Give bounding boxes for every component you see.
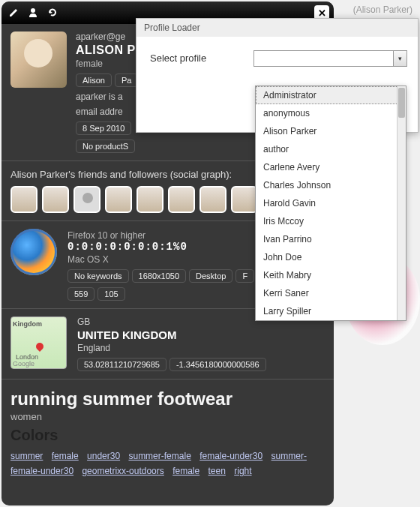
current-profile-indicator: (Alison Parker) [353,4,412,15]
tech-tag: 1680x1050 [132,269,186,283]
region-name: England [77,343,266,353]
tech-tag: 105 [98,287,124,301]
dropdown-option[interactable]: Harold Gavin [256,194,406,212]
dropdown-option[interactable]: John Doe [256,248,406,266]
tech-tag: F [236,269,254,283]
map-credit: Google [13,360,34,368]
profile-avatar [10,32,67,88]
map-thumbnail[interactable]: Kingdom London Google [10,316,67,369]
search-section: running summer footwear women Colors sum… [2,380,334,488]
segment-link[interactable]: geometrixx-outdoors [82,466,164,476]
dropdown-option[interactable]: author [256,140,406,158]
profile-date-tag: 8 Sep 2010 [76,122,131,135]
map-label-kingdom: Kingdom [13,320,42,328]
friend-avatar[interactable] [168,186,195,213]
profile-products-tag: No productS [76,140,135,153]
dropdown-option[interactable]: Kerri Saner [256,284,406,302]
svg-point-0 [31,8,35,13]
friend-avatar[interactable] [10,186,38,213]
search-subtitle: women [10,411,325,422]
friend-avatar[interactable] [136,186,164,213]
country-code: GB [77,316,266,327]
dialog-title: Profile Loader [136,19,418,37]
profile-combobox-input[interactable] [254,51,392,66]
firefox-icon [10,229,57,275]
tech-tag: Desktop [189,269,232,283]
dropdown-option[interactable]: Charles Johnson [256,176,406,194]
profile-dropdown-list[interactable]: AdministratoranonymousAlison Parkerautho… [255,86,406,321]
friend-avatar[interactable] [74,186,100,213]
scrollbar-thumb[interactable] [398,88,405,118]
friend-avatar[interactable] [42,186,69,213]
reset-icon[interactable] [45,5,60,20]
select-profile-label: Select profile [150,50,240,64]
segment-link[interactable]: right [234,466,251,476]
segment-link[interactable]: teen [208,466,226,476]
colors-heading: Colors [10,427,325,444]
segment-link[interactable]: female [172,466,200,476]
friend-avatar[interactable] [105,186,132,213]
map-pin-icon [34,341,45,352]
segment-link[interactable]: under30 [87,451,120,461]
dropdown-option[interactable]: Administrator [256,86,406,104]
segment-link[interactable]: female [52,451,79,461]
person-icon[interactable] [26,5,40,20]
lat-tag: 53.02811210729685 [77,358,166,371]
dropdown-option[interactable]: Carlene Avery [256,158,406,176]
lon-tag: -1.3456180000000586 [170,358,266,371]
friend-avatar[interactable] [200,186,226,213]
name-tag: Pa [115,74,138,87]
segment-link[interactable]: summer [10,451,43,461]
dropdown-option[interactable]: anonymous [256,104,406,122]
dropdown-option[interactable]: Alison Parker [256,122,406,140]
os-label: Mac OS X [68,254,254,265]
tech-tag: 559 [68,287,94,301]
search-title: running summer footwear [10,388,325,410]
name-tag: Alison [76,74,112,87]
edit-icon[interactable] [6,5,21,20]
segment-link[interactable]: summer-female [128,451,190,461]
dropdown-option[interactable]: Larry Spiller [256,302,406,320]
country-name: UNITED KINGDOM [77,328,266,341]
friend-avatar[interactable] [231,186,258,213]
dropdown-scrollbar[interactable] [397,86,406,320]
segment-link[interactable]: female-under30 [200,451,262,461]
segment-links: summer female under30 summer-female fema… [10,448,325,479]
ip-address: 0:0:0:0:0:0:0:1%0 [68,241,254,253]
profile-combobox[interactable]: ▾ [254,50,407,67]
dropdown-option[interactable]: Ivan Parrino [256,230,406,248]
chevron-down-icon[interactable]: ▾ [393,51,406,66]
dropdown-option[interactable]: Keith Mabry [256,266,406,284]
browser-label: Firefox 10 or higher [68,230,254,241]
tech-tag: No keywords [68,269,129,283]
dropdown-option[interactable]: Iris Mccoy [256,212,406,230]
